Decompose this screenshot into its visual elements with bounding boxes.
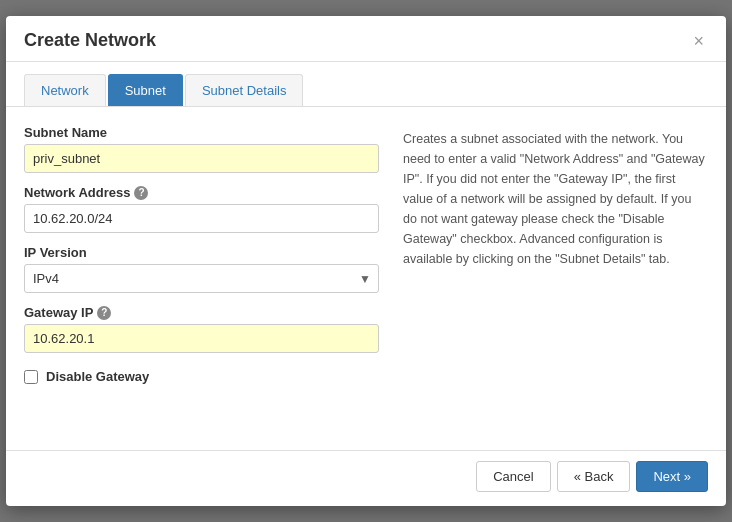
tab-subnet[interactable]: Subnet [108, 74, 183, 106]
disable-gateway-checkbox[interactable] [24, 370, 38, 384]
modal-overlay: Create Network × Network Subnet Subnet D… [0, 0, 732, 522]
back-button[interactable]: « Back [557, 461, 631, 492]
tab-network[interactable]: Network [24, 74, 106, 106]
subnet-name-input[interactable] [24, 144, 379, 173]
form-section: Subnet Name Network Address ? IP Version… [24, 125, 379, 440]
modal-footer: Cancel « Back Next » [6, 450, 726, 506]
ip-version-group: IP Version IPv4 IPv6 ▼ [24, 245, 379, 293]
network-address-help-icon[interactable]: ? [134, 186, 148, 200]
gateway-ip-help-icon[interactable]: ? [97, 306, 111, 320]
tab-subnet-details[interactable]: Subnet Details [185, 74, 304, 106]
tab-bar: Network Subnet Subnet Details [6, 62, 726, 107]
gateway-ip-input[interactable] [24, 324, 379, 353]
disable-gateway-label[interactable]: Disable Gateway [46, 369, 149, 384]
cancel-button[interactable]: Cancel [476, 461, 550, 492]
modal-title: Create Network [24, 30, 156, 51]
info-section: Creates a subnet associated with the net… [403, 125, 708, 440]
network-address-input[interactable] [24, 204, 379, 233]
create-network-modal: Create Network × Network Subnet Subnet D… [6, 16, 726, 506]
modal-body: Subnet Name Network Address ? IP Version… [6, 107, 726, 450]
network-address-label: Network Address ? [24, 185, 379, 200]
gateway-ip-group: Gateway IP ? [24, 305, 379, 353]
ip-version-select-wrapper: IPv4 IPv6 ▼ [24, 264, 379, 293]
info-text: Creates a subnet associated with the net… [403, 132, 705, 266]
modal-header: Create Network × [6, 16, 726, 62]
disable-gateway-row: Disable Gateway [24, 369, 379, 384]
network-address-group: Network Address ? [24, 185, 379, 233]
subnet-name-label: Subnet Name [24, 125, 379, 140]
next-button[interactable]: Next » [636, 461, 708, 492]
gateway-ip-label: Gateway IP ? [24, 305, 379, 320]
close-button[interactable]: × [689, 32, 708, 50]
subnet-name-group: Subnet Name [24, 125, 379, 173]
ip-version-label: IP Version [24, 245, 379, 260]
ip-version-select[interactable]: IPv4 IPv6 [24, 264, 379, 293]
